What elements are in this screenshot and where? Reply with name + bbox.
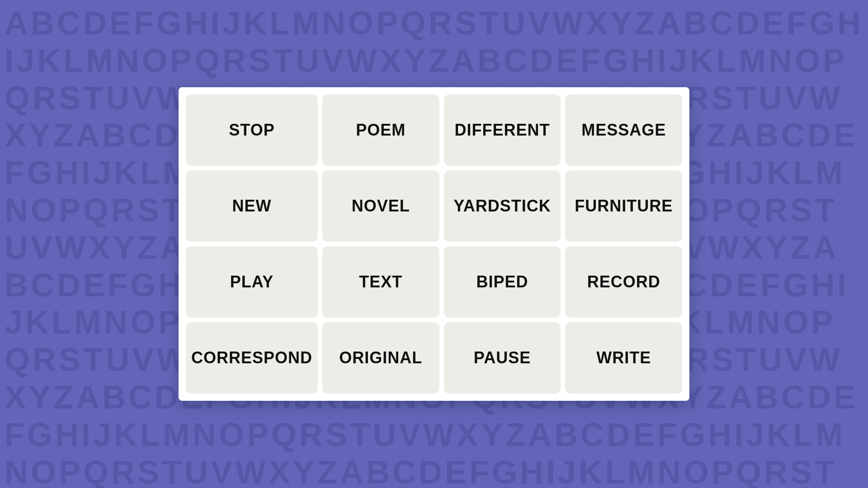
word-label-yardstick: YARDSTICK (448, 197, 557, 216)
word-label-text: TEXT (354, 272, 408, 291)
word-card-text[interactable]: TEXT (322, 246, 439, 318)
word-label-original: ORIGINAL (334, 348, 428, 367)
word-label-stop: STOP (223, 121, 280, 140)
word-card-stop[interactable]: STOP (186, 94, 318, 166)
word-card-correspond[interactable]: CORRESPOND (186, 322, 318, 394)
word-label-play: PLAY (225, 272, 279, 291)
word-card-new[interactable]: NEW (186, 170, 318, 242)
word-label-novel: NOVEL (346, 197, 415, 216)
word-label-different: DIFFERENT (449, 121, 556, 140)
word-grid: STOPPOEMDIFFERENTMESSAGENEWNOVELYARDSTIC… (186, 94, 682, 394)
word-card-novel[interactable]: NOVEL (322, 170, 439, 242)
word-label-pause: PAUSE (468, 348, 536, 367)
word-label-new: NEW (227, 197, 277, 216)
word-card-yardstick[interactable]: YARDSTICK (444, 170, 561, 242)
word-card-write[interactable]: WRITE (565, 322, 682, 394)
word-card-biped[interactable]: BIPED (444, 246, 561, 318)
word-card-play[interactable]: PLAY (186, 246, 318, 318)
word-label-write: WRITE (591, 348, 656, 367)
word-card-poem[interactable]: POEM (322, 94, 439, 166)
word-card-record[interactable]: RECORD (565, 246, 682, 318)
word-label-correspond: CORRESPOND (186, 348, 318, 367)
word-label-record: RECORD (582, 272, 666, 291)
word-card-pause[interactable]: PAUSE (444, 322, 561, 394)
word-card-different[interactable]: DIFFERENT (444, 94, 561, 166)
word-label-poem: POEM (350, 121, 411, 140)
word-label-biped: BIPED (471, 272, 534, 291)
card-panel: STOPPOEMDIFFERENTMESSAGENEWNOVELYARDSTIC… (179, 87, 689, 401)
word-card-message[interactable]: MESSAGE (565, 94, 682, 166)
word-card-original[interactable]: ORIGINAL (322, 322, 439, 394)
word-label-furniture: FURNITURE (569, 197, 678, 216)
word-card-furniture[interactable]: FURNITURE (565, 170, 682, 242)
word-label-message: MESSAGE (576, 121, 671, 140)
